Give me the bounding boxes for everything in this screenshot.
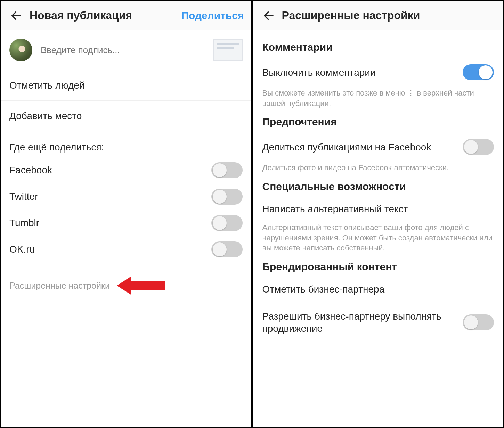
toggle-okru[interactable] (211, 241, 243, 257)
accessibility-desc: Альтернативный текст описывает ваши фото… (262, 222, 494, 255)
svg-marker-1 (117, 276, 165, 295)
row-allow-partner-promote: Разрешить бизнес-партнеру выполнять прод… (262, 303, 494, 342)
share-button[interactable]: Поделиться (181, 10, 244, 22)
back-icon[interactable] (8, 7, 25, 24)
caption-input[interactable] (41, 45, 213, 56)
share-facebook-label: Делиться публикациями на Facebook (262, 141, 438, 153)
share-row-facebook: Facebook (1, 157, 251, 183)
section-title-comments: Комментарии (262, 35, 494, 57)
toggle-twitter[interactable] (211, 189, 243, 205)
share-label: Twitter (9, 191, 38, 202)
write-alt-text-label: Написать альтернативный текст (262, 204, 408, 214)
share-also-label: Где ещё поделиться: (1, 131, 251, 157)
share-label: Tumblr (9, 217, 39, 229)
caption-row (1, 30, 251, 70)
row-disable-comments: Выключить комментарии (262, 57, 494, 88)
row-write-alt-text[interactable]: Написать альтернативный текст (262, 196, 494, 222)
settings-body: Комментарии Выключить комментарии Вы смо… (253, 30, 503, 342)
add-location-label: Добавить место (9, 110, 82, 122)
preferences-desc: Делиться фото и видео на Facebook автома… (262, 163, 494, 174)
allow-partner-promote-label: Разрешить бизнес-партнеру выполнять прод… (262, 310, 463, 335)
advanced-settings-label: Расширенные настройки (9, 281, 110, 291)
share-row-okru: OK.ru (1, 236, 251, 263)
screen-advanced-settings: Расширенные настройки Комментарии Выключ… (253, 1, 503, 427)
comments-desc: Вы сможете изменить это позже в меню ⋮ в… (262, 88, 494, 110)
screens-divider (251, 1, 253, 427)
section-title-accessibility: Специальные возможности (262, 174, 494, 196)
disable-comments-label: Выключить комментарии (262, 66, 383, 79)
page-title: Расширенные настройки (282, 9, 496, 22)
row-tag-business-partner[interactable]: Отметить бизнес-партнера (262, 276, 494, 303)
media-thumbnail[interactable] (213, 39, 243, 61)
avatar (9, 39, 32, 61)
share-row-tumblr: Tumblr (1, 210, 251, 236)
row-share-facebook: Делиться публикациями на Facebook (262, 131, 494, 163)
toggle-tumblr[interactable] (211, 215, 243, 231)
advanced-settings-row[interactable]: Расширенные настройки (1, 266, 251, 305)
section-title-preferences: Предпочтения (262, 110, 494, 131)
toggle-allow-partner-promote[interactable] (463, 314, 494, 330)
pointer-arrow-icon (117, 275, 165, 296)
header: Новая публикация Поделиться (1, 1, 251, 30)
toggle-facebook[interactable] (211, 162, 243, 178)
add-location-row[interactable]: Добавить место (1, 101, 251, 131)
page-title: Новая публикация (30, 9, 181, 22)
share-label: Facebook (9, 165, 52, 176)
tag-people-label: Отметить людей (9, 80, 84, 91)
screen-new-post: Новая публикация Поделиться Отметить люд… (1, 1, 251, 427)
share-also-section: Где ещё поделиться: Facebook Twitter Tum… (1, 131, 251, 266)
share-label: OK.ru (9, 244, 35, 255)
toggle-share-facebook[interactable] (463, 139, 494, 155)
toggle-disable-comments[interactable] (463, 64, 494, 80)
header: Расширенные настройки (253, 1, 503, 30)
back-icon[interactable] (260, 7, 277, 24)
tag-people-row[interactable]: Отметить людей (1, 70, 251, 101)
tag-business-partner-label: Отметить бизнес-партнера (262, 284, 385, 295)
share-row-twitter: Twitter (1, 183, 251, 210)
section-title-branded: Брендированный контент (262, 255, 494, 276)
